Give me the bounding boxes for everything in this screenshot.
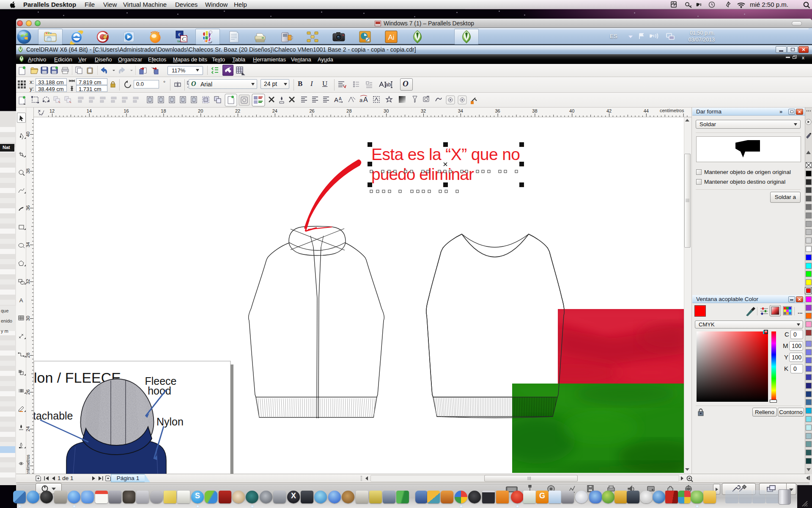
svg-text:hood: hood [148,385,171,397]
svg-text:44: 44 [644,108,649,113]
svg-text:Esta es la “X” que no: Esta es la “X” que no [371,145,520,163]
svg-text:a: a [359,97,363,103]
svg-text:24: 24 [272,108,277,113]
svg-text:34: 34 [458,108,463,113]
svg-text:22: 22 [235,108,240,113]
svg-text:36: 36 [26,205,30,210]
svg-text:A: A [19,297,23,303]
svg-text:ab: ab [385,82,391,88]
svg-text:42: 42 [606,108,612,113]
svg-text:26: 26 [309,108,314,113]
svg-text:A: A [363,96,368,103]
svg-text:26: 26 [26,389,30,395]
svg-text:40: 40 [26,132,30,137]
svg-text:38: 38 [26,168,30,174]
svg-text:Nylon: Nylon [156,416,184,428]
svg-text:32: 32 [26,279,30,284]
svg-text:C: C [182,36,186,42]
svg-text:36: 36 [495,108,500,113]
svg-text:24: 24 [26,426,30,431]
svg-text:38: 38 [532,108,537,113]
svg-text:14: 14 [87,108,92,113]
svg-text:puedo eliminar: puedo eliminar [371,165,474,183]
svg-text:€: € [178,32,181,38]
svg-text:Ai: Ai [388,33,394,41]
svg-text:12: 12 [49,108,55,113]
svg-text:32: 32 [421,108,426,113]
svg-text:40: 40 [569,108,574,113]
svg-text:30: 30 [384,108,389,113]
svg-text:TA: TA [177,40,181,43]
svg-text:A: A [334,96,338,103]
svg-text:16: 16 [123,108,129,113]
svg-text:30: 30 [26,316,30,321]
svg-text:28: 28 [346,108,351,113]
svg-text:34: 34 [26,242,30,247]
svg-text:centímetros: centímetros [26,455,30,474]
svg-text:...: ... [798,308,803,315]
svg-text:20: 20 [198,108,203,113]
svg-text:18: 18 [161,108,166,113]
svg-text:28: 28 [26,353,30,358]
svg-text:tachable: tachable [34,410,73,422]
svg-text:A: A [339,97,342,101]
